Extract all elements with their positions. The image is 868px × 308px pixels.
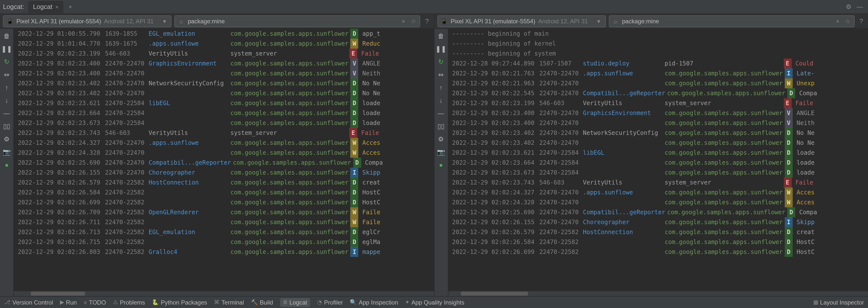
- log-line[interactable]: 2022-12-29 02:02:25.690 22470-22470 Comp…: [14, 158, 434, 168]
- log-line[interactable]: 2022-12-29 02:02:23.402 22470-22470 Netw…: [448, 128, 868, 138]
- log-line[interactable]: 2022-12-29 02:02:21.763 22470-22470 .app…: [448, 68, 868, 78]
- settings-icon[interactable]: ⚙: [436, 134, 446, 144]
- log-line[interactable]: 2022-12-29 02:02:21.963 22470-22470 com.…: [448, 78, 868, 88]
- log-line[interactable]: 2022-12-29 02:02:26.155 22470-22470 Chor…: [448, 217, 868, 227]
- log-line[interactable]: 2022-12-29 02:02:23.402 22470-22470 Netw…: [14, 78, 434, 88]
- log-line[interactable]: 2022-12-29 02:02:23.621 22470-22584 libE…: [448, 148, 868, 158]
- reload-icon[interactable]: ↻: [2, 57, 12, 66]
- horizontal-scrollbar[interactable]: [448, 291, 868, 296]
- log-line[interactable]: 2022-12-29 02:02:24.327 22470-22470 .app…: [448, 188, 868, 197]
- clear-icon[interactable]: ×: [834, 18, 841, 25]
- bottombar-problems[interactable]: ⚠Problems: [113, 299, 145, 306]
- horizontal-scrollbar[interactable]: [14, 291, 434, 296]
- log-line[interactable]: 2022-12-29 01:01:04.770 1639-1675 .apps.…: [14, 39, 434, 49]
- log-line[interactable]: 2022-12-29 02:02:25.690 22470-22470 Comp…: [448, 207, 868, 217]
- log-line[interactable]: 2022-12-29 02:02:26.584 22470-22582 com.…: [14, 188, 434, 197]
- tab-logcat[interactable]: Logcat ×: [28, 1, 63, 12]
- pause-icon[interactable]: ❚❚: [2, 44, 12, 54]
- screenshot-icon[interactable]: 📷: [436, 147, 446, 157]
- log-line[interactable]: 2022-12-29 02:02:26.584 22470-22582 com.…: [448, 237, 868, 247]
- bottombar-version-control[interactable]: ⎇Version Control: [4, 299, 53, 306]
- log-line[interactable]: 2022-12-29 02:02:22.545 22470-22470 Comp…: [448, 88, 868, 98]
- help-icon[interactable]: ?: [423, 17, 431, 25]
- log-pid: 22470-22582: [102, 237, 147, 247]
- bottombar-logcat[interactable]: ≣Logcat: [280, 298, 310, 307]
- star-icon[interactable]: ☆: [844, 18, 851, 25]
- bottombar-build[interactable]: 🔨Build: [251, 299, 273, 306]
- close-icon[interactable]: ×: [55, 4, 58, 10]
- down-icon[interactable]: ↓: [2, 95, 12, 105]
- bottombar-layout-inspector[interactable]: ▦Layout Inspector: [813, 299, 864, 306]
- down-icon[interactable]: ↓: [436, 95, 446, 105]
- split-icon[interactable]: ▯▯: [2, 121, 12, 131]
- bottombar-app-quality-insights[interactable]: ✦App Quality Insights: [405, 299, 464, 306]
- bottombar-run[interactable]: ▶Run: [60, 299, 77, 306]
- log-line[interactable]: 2022-12-29 02:02:26.715 22470-22582 com.…: [14, 237, 434, 247]
- record-icon[interactable]: ●: [2, 160, 12, 170]
- star-icon[interactable]: ☆: [410, 18, 417, 25]
- log-line[interactable]: 2022-12-29 02:02:26.709 22470-22582 Open…: [14, 207, 434, 217]
- clear-icon[interactable]: ×: [400, 18, 407, 25]
- device-selector[interactable]: 📱 Pixel XL API 31 (emulator-5554) Androi…: [437, 15, 606, 27]
- add-tab-icon[interactable]: +: [64, 3, 76, 10]
- log-line[interactable]: 2022-12-29 02:02:26.579 22470-22582 Host…: [448, 227, 868, 237]
- bottombar-terminal[interactable]: ⌘Terminal: [214, 299, 244, 306]
- trash-icon[interactable]: 🗑: [436, 31, 446, 41]
- log-line[interactable]: 2022-12-29 02:02:23.400 22470-22470 com.…: [448, 118, 868, 128]
- screenshot-icon[interactable]: 📷: [2, 147, 12, 157]
- log-line[interactable]: 2022-12-29 02:02:23.400 22470-22470 com.…: [14, 68, 434, 78]
- pause-icon[interactable]: ❚❚: [436, 44, 446, 54]
- log-line[interactable]: 2022-12-29 02:02:24.328 22470-22470 com.…: [14, 148, 434, 158]
- log-line[interactable]: 2022-12-29 02:02:23.402 22470-22470 com.…: [448, 138, 868, 148]
- up-icon[interactable]: ↑: [436, 82, 446, 92]
- log-content[interactable]: --------- beginning of main--------- beg…: [448, 29, 868, 291]
- log-line[interactable]: 2022-12-29 02:02:26.699 22470-22582 com.…: [14, 197, 434, 207]
- log-line[interactable]: 2022-12-29 02:02:23.621 22470-22584 libE…: [14, 98, 434, 108]
- filter-input[interactable]: [188, 18, 397, 25]
- log-line[interactable]: 2022-12-29 02:02:26.803 22470-22582 Gral…: [14, 247, 434, 257]
- up-icon[interactable]: ↑: [2, 82, 12, 92]
- log-line[interactable]: 2022-12-29 02:02:26.579 22470-22582 Host…: [14, 177, 434, 188]
- log-line[interactable]: 2022-12-29 02:02:23.743 546-603 VerityUt…: [14, 128, 434, 138]
- log-line[interactable]: 2022-12-29 02:02:23.400 22470-22470 Grap…: [14, 58, 434, 68]
- trash-icon[interactable]: 🗑: [2, 31, 12, 41]
- device-selector[interactable]: 📱 Pixel XL API 31 (emulator-5554) Androi…: [3, 15, 172, 27]
- wrap-icon[interactable]: ⇔: [2, 69, 12, 79]
- log-line[interactable]: 2022-12-29 02:02:23.199 546-603 VerityUt…: [448, 98, 868, 108]
- log-line[interactable]: 2022-12-29 02:02:24.327 22470-22470 .app…: [14, 138, 434, 148]
- log-line[interactable]: 2022-12-29 02:02:26.713 22470-22582 EGL_…: [14, 227, 434, 237]
- log-line[interactable]: 2022-12-29 02:02:23.673 22470-22584 com.…: [14, 118, 434, 128]
- log-line[interactable]: 2022-12-29 02:02:26.711 22470-22582 com.…: [14, 217, 434, 227]
- split-icon[interactable]: ▯▯: [436, 121, 446, 131]
- log-line[interactable]: 2022-12-29 02:02:23.199 546-603 VerityUt…: [14, 49, 434, 58]
- bottombar-python-packages[interactable]: 🐍Python Packages: [152, 299, 207, 306]
- log-line[interactable]: 2022-12-29 02:02:23.743 546-603 VerityUt…: [448, 177, 868, 188]
- log-line[interactable]: 2022-12-29 02:02:24.328 22470-22470 com.…: [448, 197, 868, 207]
- help-icon[interactable]: ?: [858, 17, 865, 25]
- log-message: app_t: [361, 29, 380, 39]
- log-line[interactable]: 2022-12-29 01:00:55.790 1639-1855 EGL_em…: [14, 29, 434, 39]
- log-line[interactable]: 2022-12-29 02:02:23.673 22470-22584 com.…: [448, 168, 868, 177]
- log-content[interactable]: 2022-12-29 01:00:55.790 1639-1855 EGL_em…: [14, 29, 434, 291]
- record-icon[interactable]: ●: [436, 160, 446, 170]
- log-line[interactable]: 2022-12-29 02:02:23.664 22470-22584 com.…: [448, 158, 868, 168]
- wrap-icon[interactable]: ⇔: [436, 69, 446, 79]
- settings-icon[interactable]: ⚙: [2, 134, 12, 144]
- bottombar-app-inspection[interactable]: 🔍App Inspection: [350, 299, 398, 306]
- log-line[interactable]: 2022-12-29 02:02:23.664 22470-22584 com.…: [14, 108, 434, 118]
- bottombar-todo[interactable]: ≡TODO: [84, 299, 106, 306]
- log-line[interactable]: 2022-12-28 09:27:44.890 1507-1507 studio…: [448, 58, 868, 68]
- log-line[interactable]: 2022-12-29 02:02:26.699 22470-22582 com.…: [448, 247, 868, 257]
- log-line[interactable]: 2022-12-29 02:02:23.402 22470-22470 com.…: [14, 88, 434, 98]
- filter-input[interactable]: [622, 18, 831, 25]
- reload-icon[interactable]: ↻: [436, 57, 446, 66]
- log-level-badge: W: [350, 148, 359, 158]
- bottombar-label: Terminal: [221, 299, 244, 306]
- log-line[interactable]: 2022-12-29 02:02:23.400 22470-22470 Grap…: [448, 108, 868, 118]
- minimize-icon[interactable]: —: [857, 3, 863, 10]
- bottombar-profiler[interactable]: ◔Profiler: [317, 299, 343, 306]
- gear-icon[interactable]: ⚙: [846, 3, 851, 10]
- log-pid: 22470-22470: [536, 128, 581, 138]
- log-pid: 1507-1507: [536, 58, 581, 68]
- log-line[interactable]: 2022-12-29 02:02:26.155 22470-22470 Chor…: [14, 168, 434, 177]
